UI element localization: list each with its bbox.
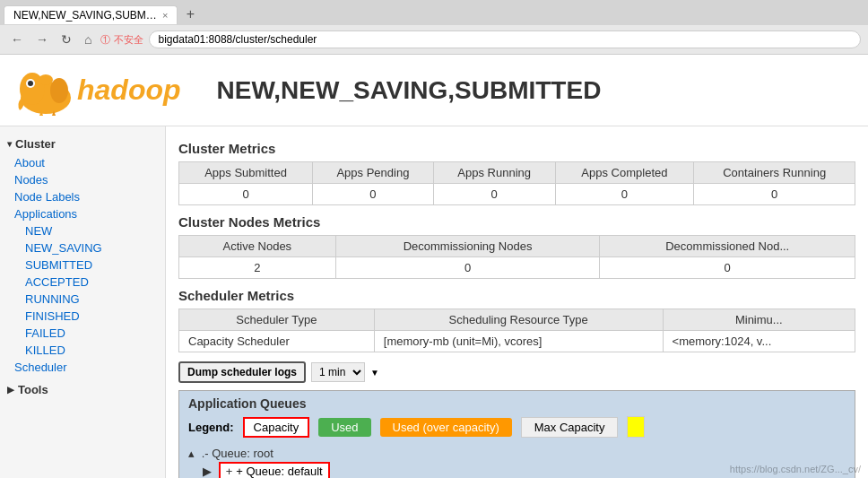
forward-button[interactable]: →	[32, 30, 52, 48]
sidebar-item-submitted[interactable]: SUBMITTED	[0, 256, 165, 274]
cluster-nodes-title: Cluster Nodes Metrics	[178, 214, 855, 230]
dump-scheduler-logs-button[interactable]: Dump scheduler logs	[178, 361, 306, 383]
scheduler-metrics-table: Scheduler Type Scheduling Resource Type …	[178, 309, 855, 352]
home-button[interactable]: ⌂	[81, 30, 95, 48]
tab-bar: NEW,NEW_SAVING,SUBMITTI... × +	[0, 0, 868, 25]
col-active-nodes: Active Nodes	[179, 236, 336, 257]
col-apps-pending: Apps Pending	[313, 162, 434, 184]
col-apps-completed: Apps Completed	[555, 162, 694, 184]
cluster-nodes-table: Active Nodes Decommissioning Nodes Decom…	[178, 235, 855, 279]
cluster-metrics-title: Cluster Metrics	[178, 141, 855, 156]
sidebar-item-node-labels[interactable]: Node Labels	[0, 188, 165, 205]
cluster-metrics-table: Apps Submitted Apps Pending Apps Running…	[178, 161, 855, 205]
legend-yellow-indicator	[627, 416, 645, 438]
refresh-button[interactable]: ↻	[57, 30, 75, 48]
dump-interval-select[interactable]: 1 min	[311, 362, 365, 382]
queue-default-label: + Queue: default	[236, 465, 323, 478]
val-decommissioned-nodes: 0	[600, 257, 855, 279]
val-containers-running: 0	[694, 184, 855, 205]
sidebar-item-nodes[interactable]: Nodes	[0, 171, 165, 188]
sidebar-item-finished[interactable]: FINISHED	[0, 308, 165, 325]
val-apps-completed: 0	[555, 184, 694, 205]
logo-area: hadoop	[14, 64, 181, 117]
table-row: 0 0 0 0 0	[179, 184, 855, 205]
val-apps-pending: 0	[313, 184, 434, 205]
cluster-label: Cluster	[15, 137, 56, 151]
tab-title: NEW,NEW_SAVING,SUBMITTI...	[13, 9, 157, 22]
svg-point-2	[50, 78, 68, 103]
sidebar-item-accepted[interactable]: ACCEPTED	[0, 274, 165, 291]
table-row: 2 0 0	[179, 257, 855, 279]
app-header: hadoop NEW,NEW_SAVING,SUBMITTED	[0, 55, 868, 126]
dump-area: Dump scheduler logs 1 min ▼	[178, 361, 855, 383]
legend-capacity: Capacity	[243, 417, 310, 438]
queue-default-box: + + Queue: default	[219, 462, 330, 478]
queue-plus-icon: +	[226, 465, 233, 478]
legend-max-capacity: Max Capacity	[521, 417, 619, 438]
content-area: ▾ Cluster About Nodes Node Labels Applic…	[0, 126, 868, 478]
col-minimum: Minimu...	[663, 309, 855, 331]
address-input[interactable]	[149, 30, 861, 48]
col-decommissioned-nodes: Decommissioned Nod...	[600, 236, 855, 257]
col-scheduling-resource-type: Scheduling Resource Type	[374, 309, 663, 331]
app-queues-title: Application Queues	[188, 396, 846, 411]
hadoop-logo-icon	[14, 64, 77, 117]
col-scheduler-type: Scheduler Type	[179, 309, 375, 331]
queue-default-arrow-icon[interactable]: ▶	[203, 465, 212, 478]
val-apps-running: 0	[433, 184, 555, 205]
tools-arrow-icon: ▶	[7, 385, 14, 395]
header-title: NEW,NEW_SAVING,SUBMITTED	[217, 76, 602, 105]
sidebar-item-new-saving[interactable]: NEW_SAVING	[0, 239, 165, 256]
scheduler-metrics-title: Scheduler Metrics	[178, 288, 855, 303]
col-decommissioning-nodes: Decommissioning Nodes	[335, 236, 600, 257]
back-button[interactable]: ←	[7, 30, 27, 48]
queue-root-arrow-icon[interactable]: ▴	[188, 447, 195, 460]
legend-label: Legend:	[188, 421, 234, 434]
browser-chrome: NEW,NEW_SAVING,SUBMITTI... × + ← → ↻ ⌂ ①…	[0, 0, 868, 55]
tools-section: ▶ Tools	[0, 379, 165, 400]
cluster-section-header[interactable]: ▾ Cluster	[0, 134, 165, 154]
col-apps-running: Apps Running	[433, 162, 555, 184]
col-apps-submitted: Apps Submitted	[179, 162, 313, 184]
cluster-arrow-icon: ▾	[7, 139, 12, 149]
legend-row: Legend: Capacity Used Used (over capacit…	[188, 416, 846, 438]
watermark: https://blog.csdn.net/ZG..._cv/	[730, 464, 861, 474]
svg-point-5	[39, 74, 53, 85]
tools-section-header[interactable]: ▶ Tools	[0, 379, 165, 400]
queue-root-label: .- Queue: root	[202, 447, 273, 460]
val-minimum: <memory:1024, v...	[663, 331, 855, 352]
active-tab[interactable]: NEW,NEW_SAVING,SUBMITTI... ×	[4, 5, 178, 24]
val-decommissioning-nodes: 0	[335, 257, 600, 279]
val-apps-submitted: 0	[179, 184, 313, 205]
queue-root-item: ▴ .- Queue: root	[188, 445, 846, 462]
legend-used: Used	[318, 418, 370, 437]
app-container: hadoop NEW,NEW_SAVING,SUBMITTED ▾ Cluste…	[0, 55, 868, 478]
sidebar-item-failed[interactable]: FAILED	[0, 325, 165, 342]
val-scheduler-type: Capacity Scheduler	[179, 331, 375, 352]
cluster-section: ▾ Cluster About Nodes Node Labels Applic…	[0, 134, 165, 376]
sidebar-item-new[interactable]: NEW	[0, 222, 165, 239]
val-scheduling-resource-type: [memory-mb (unit=Mi), vcores]	[374, 331, 663, 352]
dump-dropdown-arrow-icon: ▼	[370, 368, 379, 378]
sidebar: ▾ Cluster About Nodes Node Labels Applic…	[0, 126, 166, 478]
col-containers-running: Containers Running	[694, 162, 855, 184]
sidebar-item-scheduler[interactable]: Scheduler	[0, 359, 165, 376]
sidebar-item-killed[interactable]: KILLED	[0, 342, 165, 359]
new-tab-button[interactable]: +	[181, 5, 199, 23]
logo-text: hadoop	[77, 74, 181, 107]
security-badge: ① 不安全	[100, 33, 143, 47]
tab-close-button[interactable]: ×	[162, 10, 168, 21]
main-content: Cluster Metrics Apps Submitted Apps Pend…	[166, 126, 868, 478]
val-active-nodes: 2	[179, 257, 336, 279]
sidebar-item-running[interactable]: RUNNING	[0, 291, 165, 308]
legend-used-over-capacity: Used (over capacity)	[380, 418, 512, 437]
sidebar-item-applications[interactable]: Applications	[0, 205, 165, 222]
address-bar: ← → ↻ ⌂ ① 不安全	[0, 25, 868, 54]
tools-label: Tools	[18, 383, 48, 396]
table-row: Capacity Scheduler [memory-mb (unit=Mi),…	[179, 331, 855, 352]
sidebar-item-about[interactable]: About	[0, 154, 165, 171]
svg-point-4	[28, 81, 33, 86]
